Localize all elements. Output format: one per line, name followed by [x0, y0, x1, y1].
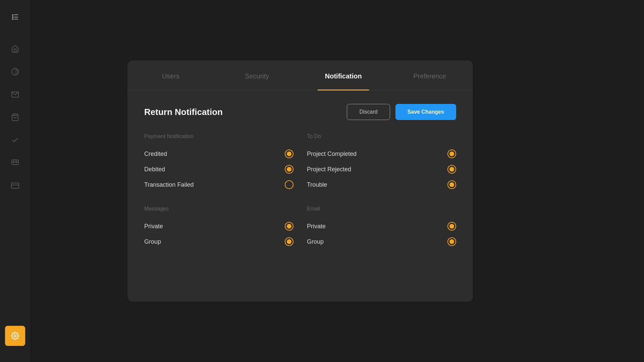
radio-transaction-failed[interactable] — [285, 180, 293, 189]
tab-users[interactable]: Users — [127, 60, 214, 90]
radio-project-rejected[interactable] — [447, 165, 456, 174]
notif-name-credited: Credited — [144, 150, 167, 158]
radio-credited[interactable] — [285, 149, 293, 158]
notif-row-trouble: Trouble — [307, 177, 456, 192]
radio-email-group[interactable] — [447, 237, 456, 246]
notif-name-msg-private: Private — [144, 223, 163, 230]
payment-notification-section: Payment Notification Credited Debited Tr… — [144, 133, 293, 192]
page-title: Return Notification — [144, 107, 223, 117]
radio-email-private[interactable] — [447, 222, 456, 231]
sidebar-item-shop[interactable] — [5, 107, 25, 127]
email-section-label: Email — [307, 206, 456, 212]
sidebar-item-chat[interactable] — [5, 153, 25, 173]
menu-toggle[interactable] — [5, 7, 25, 27]
sidebar-item-home[interactable] — [5, 39, 25, 59]
card-content: Return Notification Discard Save Changes… — [127, 104, 473, 263]
sidebar-item-mail[interactable] — [5, 84, 25, 105]
svg-rect-5 — [14, 19, 18, 19]
svg-rect-1 — [14, 14, 18, 15]
svg-rect-2 — [12, 16, 13, 18]
svg-rect-4 — [12, 18, 13, 20]
payment-section-label: Payment Notification — [144, 133, 293, 139]
tab-security[interactable]: Security — [214, 60, 301, 90]
tab-notification[interactable]: Notification — [300, 60, 387, 90]
notif-row-project-completed: Project Completed — [307, 146, 456, 162]
radio-msg-private[interactable] — [285, 222, 293, 231]
notif-name-debited: Debited — [144, 166, 165, 173]
svg-rect-10 — [13, 161, 14, 163]
notif-row-msg-private: Private — [144, 219, 293, 234]
notif-row-email-private: Private — [307, 219, 456, 234]
tabs-container: Users Security Notification Preference — [127, 60, 473, 90]
notif-row-msg-group: Group — [144, 234, 293, 249]
sidebar-item-cards[interactable] — [5, 176, 25, 196]
sidebar — [0, 0, 30, 362]
return-notification-header: Return Notification Discard Save Changes — [144, 104, 456, 120]
settings-card: Users Security Notification Preference R… — [127, 60, 473, 302]
radio-msg-group[interactable] — [285, 237, 293, 246]
discard-button[interactable]: Discard — [347, 104, 390, 120]
messages-notification-section: Messages Private Group — [144, 206, 293, 249]
svg-rect-11 — [16, 161, 17, 163]
notif-row-email-group: Group — [307, 234, 456, 249]
messages-section-label: Messages — [144, 206, 293, 212]
todo-notification-section: To Do Project Completed Project Rejected… — [307, 133, 456, 192]
radio-trouble[interactable] — [447, 180, 456, 189]
email-notification-section: Email Private Group — [307, 206, 456, 249]
notif-name-project-rejected: Project Rejected — [307, 166, 351, 173]
notif-row-credited: Credited — [144, 146, 293, 162]
notif-name-transaction-failed: Transaction Failed — [144, 181, 194, 188]
svg-rect-12 — [11, 183, 19, 188]
svg-rect-3 — [14, 17, 18, 17]
notif-name-email-private: Private — [307, 223, 326, 230]
notif-row-project-rejected: Project Rejected — [307, 162, 456, 177]
notif-row-transaction-failed: Transaction Failed — [144, 177, 293, 192]
notif-name-msg-group: Group — [144, 238, 161, 245]
svg-rect-0 — [12, 14, 13, 16]
sidebar-item-settings[interactable] — [5, 326, 25, 346]
notif-row-debited: Debited — [144, 162, 293, 177]
svg-point-14 — [14, 335, 16, 337]
action-buttons: Discard Save Changes — [347, 104, 456, 120]
notif-name-project-completed: Project Completed — [307, 150, 357, 158]
todo-section-label: To Do — [307, 133, 456, 139]
main-wrapper: Users Security Notification Preference R… — [30, 0, 644, 362]
notif-name-trouble: Trouble — [307, 181, 327, 188]
radio-project-completed[interactable] — [447, 149, 456, 158]
save-changes-button[interactable]: Save Changes — [395, 104, 456, 120]
sidebar-item-analytics[interactable] — [5, 62, 25, 82]
sidebar-item-tasks[interactable] — [5, 130, 25, 150]
radio-debited[interactable] — [285, 165, 293, 174]
notif-name-email-group: Group — [307, 238, 324, 245]
notification-grid: Payment Notification Credited Debited Tr… — [144, 133, 456, 263]
tab-preference[interactable]: Preference — [387, 60, 473, 90]
